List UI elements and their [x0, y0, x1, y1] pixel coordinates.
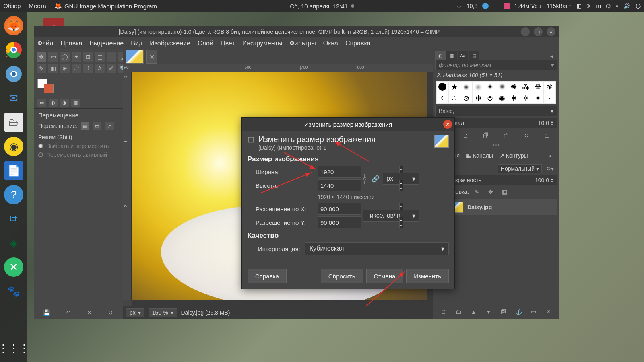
spin-down-icon[interactable]: ▼	[399, 222, 402, 228]
panel-tab-history[interactable]: ▤	[469, 51, 479, 60]
brush-open-icon[interactable]: 🗁	[541, 131, 553, 140]
brush-filter-input[interactable]: фильтр по меткам ▾	[435, 60, 557, 70]
lock-pixels-icon[interactable]: ✎	[471, 187, 483, 197]
tool-path[interactable]: ⤴	[83, 64, 93, 73]
options-reset-icon[interactable]: ↺	[105, 308, 116, 317]
brush-item[interactable]: ●	[460, 82, 472, 93]
menu-image[interactable]: Изображение	[150, 40, 190, 47]
spin-up-icon[interactable]: ▲	[399, 180, 402, 185]
tool-free-select[interactable]: ◯	[60, 52, 70, 62]
spin-down-icon[interactable]: ▼	[399, 185, 402, 191]
brush-item[interactable]: ✦	[484, 82, 496, 93]
unit-selector[interactable]: px ▾	[126, 308, 144, 317]
brush-item[interactable]: ●	[473, 82, 484, 93]
tool-transform[interactable]: ◫	[95, 52, 105, 62]
tool-pencil[interactable]: ✎	[37, 64, 46, 73]
menu-filters[interactable]: Фильтры	[289, 40, 316, 47]
clock-time[interactable]: 12:41	[332, 3, 348, 10]
brush-item[interactable]	[437, 82, 448, 93]
image-tab-close[interactable]: ✕	[146, 50, 157, 64]
brush-item[interactable]: ·	[544, 93, 555, 104]
new-layer-icon[interactable]: 🗋	[438, 307, 449, 317]
tool-rect-select[interactable]: ▭	[48, 52, 58, 62]
power-icon[interactable]: ⏻	[635, 3, 641, 9]
tab-channels[interactable]: ▦Каналы	[464, 151, 495, 160]
image-tab-daisy[interactable]	[126, 50, 144, 64]
brush-item[interactable]: ⊛	[460, 93, 472, 104]
brush-item[interactable]: ⁕	[532, 93, 544, 104]
dock-apps-grid[interactable]: ⋮⋮⋮	[4, 339, 23, 358]
tool-smudge[interactable]: ☄	[72, 64, 81, 73]
panel-menu-icon[interactable]: ◂	[546, 51, 557, 61]
interpolation-select[interactable]: Кубическая▾	[305, 242, 449, 255]
tool-warp[interactable]: 〰	[107, 52, 116, 62]
move-target-selection[interactable]: ▭	[93, 122, 101, 130]
spin-up-icon[interactable]: ▲	[399, 166, 402, 172]
spin-up-icon[interactable]: ▲	[399, 217, 402, 222]
dock-rhythmbox[interactable]: ◉	[4, 137, 23, 156]
dock-firefox[interactable]: 🦊	[4, 16, 23, 35]
cancel-button[interactable]: Отмена	[366, 269, 403, 283]
panel-tab-brushes[interactable]: ◐	[435, 51, 446, 60]
brush-dup-icon[interactable]: 🗐	[480, 131, 491, 140]
menu-colors[interactable]: Цвет	[221, 40, 235, 47]
brush-item[interactable]: ❉	[473, 93, 484, 104]
height-field[interactable]	[318, 180, 399, 191]
mode-switch-icon[interactable]: ↻▾	[544, 164, 555, 173]
dialog-titlebar[interactable]: Изменить размер изображения ✕	[242, 118, 454, 131]
dock-files[interactable]: 🗁	[4, 113, 23, 132]
menu-layer[interactable]: Слой	[198, 40, 213, 47]
tray-icon-1[interactable]: ⋯	[493, 3, 499, 9]
menu-help[interactable]: Справка	[345, 40, 371, 47]
brush-item[interactable]: ⁂	[520, 82, 532, 93]
move-target-layer[interactable]: ▦	[80, 122, 89, 130]
volume-icon[interactable]: 🔊	[623, 3, 630, 9]
move-target-path[interactable]: ↗	[105, 122, 114, 130]
brush-item[interactable]: ✾	[544, 82, 555, 93]
radio-pick-layer[interactable]	[38, 144, 43, 148]
bluetooth-icon[interactable]: ⌖	[615, 3, 619, 10]
menu-file[interactable]: Файл	[37, 40, 53, 47]
ok-button[interactable]: Изменить	[406, 269, 449, 283]
dock-help[interactable]: ?	[4, 185, 23, 204]
dup-layer-icon[interactable]: 🗐	[498, 307, 509, 317]
layers-menu-icon[interactable]: ◂	[544, 151, 555, 160]
width-input[interactable]: ▲▼	[318, 166, 361, 178]
tab-paths[interactable]: ↗Контуры	[497, 151, 530, 160]
tool-text[interactable]: A	[95, 64, 105, 73]
layer-name[interactable]: Daisy.jpg	[467, 204, 492, 210]
tray-icon-3[interactable]: ◧	[576, 3, 582, 9]
options-tab-1[interactable]: ▭	[37, 99, 46, 107]
raise-layer-icon[interactable]: ▲	[468, 307, 479, 317]
clock-date[interactable]: Сб, 10 апреля	[290, 3, 329, 10]
options-save-icon[interactable]: 💾	[41, 308, 52, 317]
dialog-close-button[interactable]: ✕	[443, 120, 452, 129]
network-icon[interactable]: ⌬	[606, 3, 611, 9]
brush-item[interactable]: ⊚	[484, 93, 496, 104]
brush-item[interactable]: ✲	[520, 93, 532, 104]
options-restore-icon[interactable]: ↶	[62, 308, 74, 317]
keyboard-layout[interactable]: ru	[596, 3, 601, 9]
brush-del-icon[interactable]: 🗑	[501, 131, 512, 140]
minimize-button[interactable]: –	[521, 27, 530, 36]
brush-preset-select[interactable]: Basic,▾	[435, 106, 557, 116]
resy-input[interactable]: ▲▼	[318, 216, 361, 228]
dock-chrome[interactable]: ⋮	[4, 40, 23, 60]
tool-move[interactable]: ✥	[37, 52, 46, 62]
menu-view[interactable]: Вид	[131, 40, 142, 47]
blend-mode-select[interactable]: Нормальный ▾	[498, 164, 542, 173]
accessibility-icon[interactable]: ✳	[586, 3, 591, 9]
tool-clone[interactable]: ⊕	[60, 64, 70, 73]
places-menu[interactable]: Места	[29, 2, 46, 10]
brush-item[interactable]: ★	[449, 82, 460, 93]
color-swatch[interactable]	[37, 79, 54, 93]
brush-item[interactable]: ✱	[508, 93, 520, 104]
dock-thunderbird[interactable]: ✉	[4, 88, 23, 108]
brush-item[interactable]: ⁘	[437, 93, 448, 104]
dock-app[interactable]: ✕	[4, 257, 23, 277]
resy-field[interactable]	[318, 217, 399, 228]
options-tab-2[interactable]: ◐	[49, 99, 58, 107]
options-tab-3[interactable]: ◑	[60, 99, 69, 107]
maximize-button[interactable]: □	[534, 27, 543, 36]
lock-position-icon[interactable]: ✥	[485, 187, 496, 197]
